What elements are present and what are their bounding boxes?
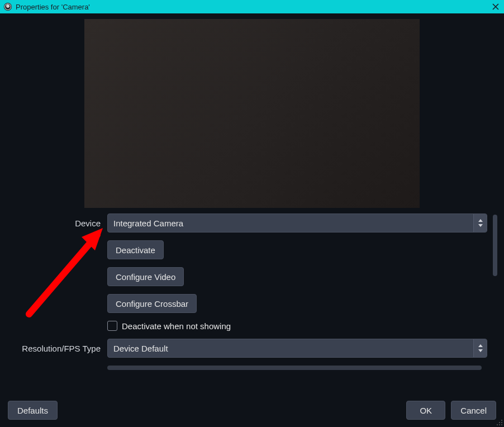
svg-point-6 xyxy=(499,424,500,425)
properties-form: Device Integrated Camera Deactivate Conf… xyxy=(6,214,498,381)
resolution-fps-row: Resolution/FPS Type Device Default xyxy=(6,339,487,358)
device-dropdown[interactable]: Integrated Camera xyxy=(107,214,487,233)
device-label: Device xyxy=(6,219,101,228)
resolution-fps-dropdown[interactable]: Device Default xyxy=(107,339,487,358)
deactivate-button[interactable]: Deactivate xyxy=(107,240,164,259)
deactivate-when-not-showing-label: Deactivate when not showing xyxy=(122,321,231,331)
deactivate-when-not-showing-row[interactable]: Deactivate when not showing xyxy=(107,321,487,331)
preview-area xyxy=(6,13,498,214)
ok-button[interactable]: OK xyxy=(406,401,445,420)
device-dropdown-value: Integrated Camera xyxy=(108,214,473,232)
svg-point-5 xyxy=(497,424,498,425)
cancel-button[interactable]: Cancel xyxy=(451,401,496,420)
svg-point-2 xyxy=(501,420,502,421)
window-title: Properties for 'Camera' xyxy=(16,3,491,11)
deactivate-when-not-showing-checkbox[interactable] xyxy=(107,321,117,331)
configure-video-button[interactable]: Configure Video xyxy=(107,267,184,286)
updown-icon[interactable] xyxy=(473,339,487,357)
partial-scroll-hint xyxy=(107,366,482,370)
resize-grip-icon[interactable] xyxy=(495,418,503,426)
close-button[interactable] xyxy=(491,2,501,12)
resolution-fps-dropdown-value: Device Default xyxy=(108,339,473,357)
dialog-footer: Defaults OK Cancel xyxy=(0,393,504,427)
configure-crossbar-button[interactable]: Configure Crossbar xyxy=(107,294,197,313)
obs-icon xyxy=(3,2,12,11)
titlebar[interactable]: Properties for 'Camera' xyxy=(0,0,504,13)
form-scrollbar-thumb[interactable] xyxy=(493,215,497,276)
updown-icon[interactable] xyxy=(473,214,487,232)
svg-point-4 xyxy=(501,422,502,423)
camera-preview xyxy=(84,19,420,208)
svg-point-7 xyxy=(501,424,502,425)
defaults-button[interactable]: Defaults xyxy=(8,401,58,420)
svg-point-3 xyxy=(499,422,500,423)
device-row: Device Integrated Camera xyxy=(6,214,487,233)
resolution-fps-label: Resolution/FPS Type xyxy=(6,344,101,353)
dialog-content: Device Integrated Camera Deactivate Conf… xyxy=(0,13,504,381)
